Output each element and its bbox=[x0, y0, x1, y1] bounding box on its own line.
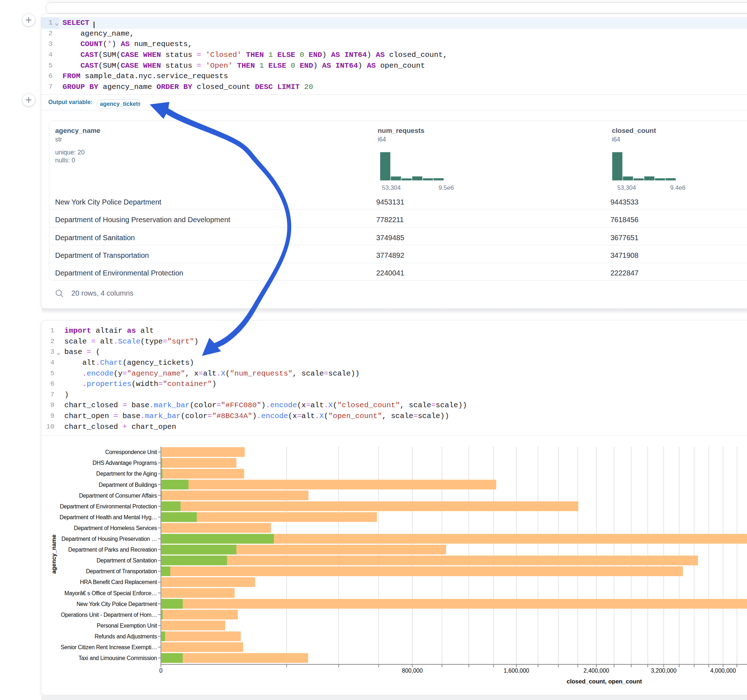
svg-text:Correspondence Unit: Correspondence Unit bbox=[105, 449, 157, 455]
svg-text:1,600,000: 1,600,000 bbox=[504, 668, 529, 674]
svg-text:800,000: 800,000 bbox=[402, 668, 423, 674]
svg-text:Department of Parks and Recrea: Department of Parks and Recreation bbox=[68, 547, 157, 553]
svg-text:Department of Homeless Service: Department of Homeless Services bbox=[74, 525, 157, 531]
svg-text:Department of Environmental Pr: Department of Environmental Protection bbox=[60, 503, 157, 510]
svg-text:Department of Consumer Affairs: Department of Consumer Affairs bbox=[79, 493, 157, 499]
svg-text:3,200,000: 3,200,000 bbox=[651, 668, 676, 674]
svg-text:Refunds and Adjustments: Refunds and Adjustments bbox=[94, 634, 157, 640]
svg-text:Personal Exemption Unit: Personal Exemption Unit bbox=[97, 623, 157, 629]
svg-text:HRA Benefit Card Replacement: HRA Benefit Card Replacement bbox=[80, 579, 157, 585]
svg-text:DHS Advantage Programs: DHS Advantage Programs bbox=[92, 460, 157, 466]
svg-text:New York City Police Departmen: New York City Police Department bbox=[76, 601, 157, 607]
svg-text:Department of Transportation: Department of Transportation bbox=[86, 568, 157, 574]
svg-text:Department for the Aging: Department for the Aging bbox=[96, 471, 157, 477]
svg-text:Mayorâ€ s Office of Special En: Mayorâ€ s Office of Special Enforce… bbox=[65, 590, 157, 596]
svg-text:closed_count, open_count: closed_count, open_count bbox=[567, 678, 642, 685]
svg-text:Department of Sanitation: Department of Sanitation bbox=[97, 557, 157, 564]
svg-text:Taxi and Limousine Commission: Taxi and Limousine Commission bbox=[79, 655, 157, 661]
svg-text:agency_name: agency_name bbox=[50, 534, 57, 573]
svg-text:Department of Health and Menta: Department of Health and Mental Hyg… bbox=[59, 514, 157, 520]
svg-text:Department of Housing Preserva: Department of Housing Preservation … bbox=[62, 536, 157, 542]
svg-text:4,000,000: 4,000,000 bbox=[710, 668, 736, 674]
svg-text:0: 0 bbox=[159, 668, 163, 674]
svg-text:Operations Unit - Department o: Operations Unit - Department of Hom… bbox=[61, 612, 157, 618]
svg-text:2,400,000: 2,400,000 bbox=[584, 668, 609, 674]
svg-text:Department of Buildings: Department of Buildings bbox=[99, 482, 157, 488]
svg-text:Senior Citizen Rent Increase E: Senior Citizen Rent Increase Exempti… bbox=[60, 644, 157, 650]
